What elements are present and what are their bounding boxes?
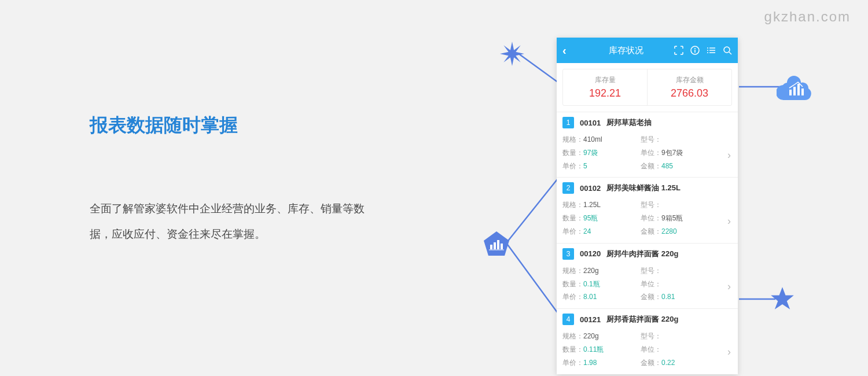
qty-value: 0.11瓶 [583, 345, 604, 353]
back-button[interactable]: ‹ [562, 44, 567, 57]
spec-value: 410ml [583, 135, 602, 143]
price-label: 单价： [562, 162, 583, 170]
amount-value: 2280 [661, 227, 677, 235]
qty-label: 数量： [562, 280, 583, 288]
app-header: ‹ 库存状况 [557, 38, 738, 63]
price-label: 单价： [562, 293, 583, 301]
amount-label: 金额： [641, 162, 661, 170]
price-value: 24 [583, 227, 591, 235]
header-title: 库存状况 [567, 45, 674, 56]
item-name: 厨邦美味鲜酱油 1.25L [606, 183, 681, 193]
inventory-item[interactable]: 3 00120 厨邦牛肉拌面酱 220g 规格：220g 型号： 数量：0.1瓶… [557, 243, 738, 308]
qty-label: 数量： [562, 214, 583, 222]
spec-label: 规格： [562, 135, 583, 143]
item-code: 00120 [580, 249, 601, 258]
spec-value: 1.25L [583, 201, 601, 209]
amount-value: 0.81 [661, 293, 675, 301]
page-description: 全面了解管家婆软件中企业经营的业务、库存、销量等数据，应收应付、资金往来尽在掌握… [90, 196, 367, 246]
summary-amount-value: 2766.03 [648, 87, 731, 99]
search-icon[interactable] [723, 46, 732, 55]
watermark: gkzhan.com [764, 9, 851, 25]
amount-value: 0.22 [661, 359, 675, 367]
unit-label: 单位： [641, 345, 661, 353]
cloud-chart-icon [777, 72, 815, 105]
svg-rect-9 [494, 242, 496, 249]
svg-point-24 [707, 50, 708, 51]
price-label: 单价： [562, 359, 583, 367]
item-name: 厨邦香菇拌面酱 220g [606, 314, 678, 325]
svg-rect-16 [801, 89, 804, 95]
svg-rect-13 [789, 90, 792, 95]
item-number-badge: 3 [562, 248, 574, 260]
item-number-badge: 2 [562, 182, 574, 194]
unit-label: 单位： [641, 149, 661, 157]
info-icon[interactable] [690, 46, 700, 55]
svg-rect-10 [497, 240, 499, 249]
svg-line-2 [506, 243, 557, 312]
inventory-item[interactable]: 4 00121 厨邦香菇拌面酱 220g 规格：220g 型号： 数量：0.11… [557, 308, 738, 374]
unit-value: 9包7袋 [661, 149, 683, 157]
summary-amount: 库存金额 2766.03 [648, 69, 731, 105]
chevron-right-icon: › [727, 346, 731, 358]
pentagon-chart-icon [482, 230, 511, 259]
svg-rect-15 [797, 84, 800, 95]
price-value: 5 [583, 162, 587, 170]
marketing-text: 报表数据随时掌握 全面了解管家婆软件中企业经营的业务、库存、销量等数据，应收应付… [90, 113, 367, 246]
amount-value: 485 [661, 162, 673, 170]
svg-rect-14 [793, 87, 796, 95]
model-label: 型号： [641, 267, 661, 275]
summary-panel: 库存量 192.21 库存金额 2766.03 [562, 69, 732, 106]
svg-point-25 [707, 52, 708, 53]
amount-label: 金额： [641, 227, 661, 235]
item-name: 厨邦草菇老抽 [606, 117, 652, 128]
price-label: 单价： [562, 227, 583, 235]
scan-icon[interactable] [674, 46, 683, 55]
item-number-badge: 4 [562, 314, 574, 325]
price-value: 8.01 [583, 293, 597, 301]
price-value: 1.98 [583, 359, 597, 367]
amount-label: 金额： [641, 293, 661, 301]
item-code: 00101 [580, 119, 601, 127]
svg-point-26 [724, 47, 730, 53]
svg-marker-5 [500, 42, 524, 66]
phone-mockup: ‹ 库存状况 库存量 192.21 库存金额 2766.03 1 00101 厨… [557, 38, 738, 374]
model-label: 型号： [641, 135, 661, 143]
item-code: 00102 [580, 184, 601, 193]
chevron-right-icon: › [727, 215, 731, 227]
svg-line-27 [729, 52, 731, 54]
list-icon[interactable] [707, 46, 716, 55]
unit-label: 单位： [641, 214, 661, 222]
spec-label: 规格： [562, 267, 583, 275]
spec-label: 规格： [562, 332, 583, 340]
svg-rect-11 [501, 244, 503, 249]
spec-label: 规格： [562, 201, 583, 209]
svg-point-23 [707, 47, 708, 49]
qty-value: 0.1瓶 [583, 280, 600, 288]
page-title: 报表数据随时掌握 [90, 113, 367, 138]
spec-value: 220g [583, 332, 599, 340]
svg-rect-8 [490, 245, 492, 249]
summary-qty-label: 库存量 [563, 75, 647, 85]
amount-label: 金额： [641, 359, 661, 367]
svg-marker-6 [771, 287, 794, 309]
svg-point-18 [694, 48, 696, 49]
svg-line-1 [506, 179, 557, 243]
chevron-right-icon: › [727, 280, 731, 292]
svg-marker-7 [484, 231, 509, 256]
item-number-badge: 1 [562, 117, 574, 128]
burst-star-icon [500, 42, 524, 66]
unit-value: 9箱5瓶 [661, 214, 683, 222]
item-name: 厨邦牛肉拌面酱 220g [606, 249, 678, 259]
item-code: 00121 [580, 315, 601, 324]
spec-value: 220g [583, 267, 599, 275]
chevron-right-icon: › [727, 149, 731, 161]
summary-qty-value: 192.21 [563, 87, 647, 99]
qty-value: 95瓶 [583, 214, 598, 222]
summary-amount-label: 库存金额 [648, 75, 731, 85]
inventory-item[interactable]: 2 00102 厨邦美味鲜酱油 1.25L 规格：1.25L 型号： 数量：95… [557, 177, 738, 242]
qty-label: 数量： [562, 345, 583, 353]
summary-qty: 库存量 192.21 [563, 69, 648, 105]
inventory-item[interactable]: 1 00101 厨邦草菇老抽 规格：410ml 型号： 数量：97袋 单位：9包… [557, 112, 738, 177]
unit-label: 单位： [641, 280, 661, 288]
model-label: 型号： [641, 332, 661, 340]
